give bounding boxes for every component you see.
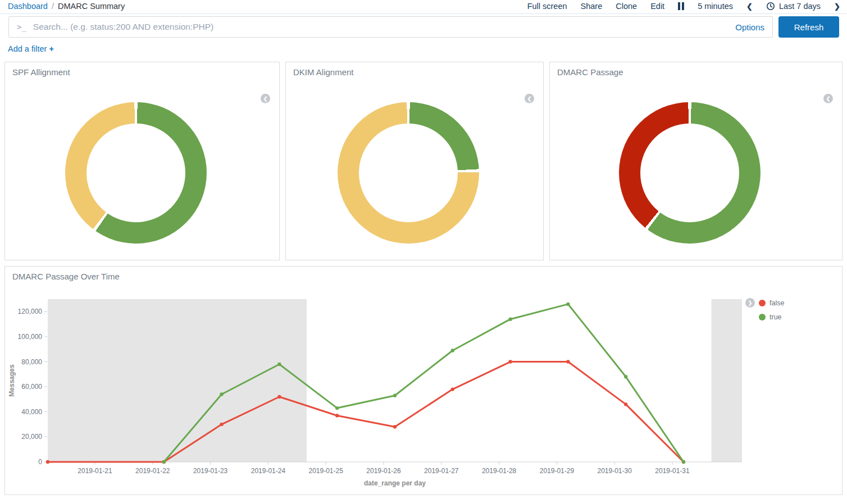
filter-bar: Add a filter +	[0, 38, 847, 61]
full-screen-button[interactable]: Full screen	[527, 2, 567, 11]
svg-text:20,000: 20,000	[21, 433, 42, 441]
svg-text:0: 0	[38, 458, 42, 466]
svg-text:2019-01-28: 2019-01-28	[482, 467, 517, 475]
refresh-interval-button[interactable]: 5 minutes	[698, 2, 733, 11]
svg-text:2019-01-27: 2019-01-27	[424, 467, 459, 475]
top-nav-bar: Dashboard / DMARC Summary Full screen Sh…	[0, 0, 847, 14]
search-input[interactable]	[33, 22, 735, 32]
time-back-chevron-icon[interactable]: ❮	[746, 2, 753, 11]
dmarc-donut-chart[interactable]	[619, 102, 761, 244]
spf-donut-chart[interactable]	[65, 102, 207, 244]
svg-text:2019-01-29: 2019-01-29	[540, 467, 575, 475]
panel-title: DMARC Passage Over Time	[12, 272, 120, 281]
svg-text:2019-01-21: 2019-01-21	[78, 467, 112, 475]
legend-expand-button[interactable]: ❯	[745, 298, 755, 308]
breadcrumb-separator: /	[52, 2, 54, 11]
svg-text:100,000: 100,000	[18, 333, 43, 341]
svg-text:2019-01-31: 2019-01-31	[655, 467, 690, 475]
plus-icon: +	[49, 44, 54, 53]
legend-collapse-button[interactable]: ❮	[525, 94, 534, 103]
panel-dmarc-passage: DMARC Passage ❮	[549, 62, 843, 260]
svg-text:date_range per day: date_range per day	[364, 479, 426, 487]
svg-text:2019-01-22: 2019-01-22	[135, 467, 170, 475]
add-filter-link[interactable]: Add a filter +	[8, 44, 54, 53]
query-bar: >_ Options Refresh	[8, 16, 839, 38]
breadcrumb-dashboard-link[interactable]: Dashboard	[8, 2, 48, 11]
page-title: DMARC Summary	[58, 2, 125, 11]
time-range-label: Last 7 days	[779, 2, 821, 11]
line-chart-svg[interactable]: 020,00040,00060,00080,000100,000120,0002…	[5, 267, 842, 494]
clock-icon	[766, 2, 775, 11]
time-range-picker[interactable]: Last 7 days	[766, 2, 821, 11]
line-chart-legend: ❯ false true	[745, 298, 784, 327]
svg-text:2019-01-26: 2019-01-26	[366, 467, 401, 475]
legend-collapse-button[interactable]: ❮	[823, 94, 833, 103]
svg-text:40,000: 40,000	[21, 408, 42, 416]
legend-dot-false	[759, 300, 766, 306]
add-filter-label: Add a filter	[8, 44, 47, 53]
svg-text:80,000: 80,000	[21, 358, 42, 366]
panel-dmarc-over-time: DMARC Passage Over Time 020,00040,00060,…	[4, 266, 843, 495]
svg-text:2019-01-30: 2019-01-30	[598, 467, 632, 475]
legend-item-true[interactable]: true	[769, 313, 782, 321]
console-prompt-icon: >_	[17, 22, 26, 31]
panel-title: SPF Allignment	[12, 67, 70, 77]
svg-text:60,000: 60,000	[21, 383, 42, 391]
refresh-button[interactable]: Refresh	[778, 16, 839, 38]
clone-button[interactable]: Clone	[616, 2, 637, 11]
legend-collapse-button[interactable]: ❮	[261, 94, 270, 103]
panel-title: DKIM Alignment	[293, 67, 354, 77]
svg-text:Messages: Messages	[8, 364, 16, 397]
svg-text:2019-01-25: 2019-01-25	[309, 467, 344, 475]
donut-hole	[359, 123, 458, 222]
share-button[interactable]: Share	[581, 2, 603, 11]
legend-item-false[interactable]: false	[769, 299, 784, 307]
pause-icon[interactable]	[678, 2, 684, 10]
legend-dot-true	[759, 314, 766, 320]
donut-hole	[640, 123, 739, 222]
svg-text:2019-01-24: 2019-01-24	[251, 467, 286, 475]
options-link[interactable]: Options	[735, 22, 764, 32]
panel-title: DMARC Passage	[557, 67, 623, 77]
nav-actions: Full screen Share Clone Edit 5 minutes ❮…	[527, 2, 840, 11]
svg-text:120,000: 120,000	[18, 308, 43, 315]
donut-hole	[86, 123, 185, 222]
panel-spf-alignment: SPF Allignment ❮	[4, 62, 280, 260]
edit-button[interactable]: Edit	[650, 2, 664, 11]
dkim-donut-chart[interactable]	[338, 102, 479, 244]
donut-panels-row: SPF Allignment ❮ DKIM Alignment ❮ DMARC …	[4, 62, 843, 260]
search-box[interactable]: >_ Options	[8, 16, 773, 38]
panel-dkim-alignment: DKIM Alignment ❮	[285, 62, 544, 260]
time-forward-chevron-icon[interactable]: ❯	[834, 2, 840, 11]
svg-text:2019-01-23: 2019-01-23	[193, 467, 228, 475]
breadcrumb: Dashboard / DMARC Summary	[8, 2, 125, 11]
